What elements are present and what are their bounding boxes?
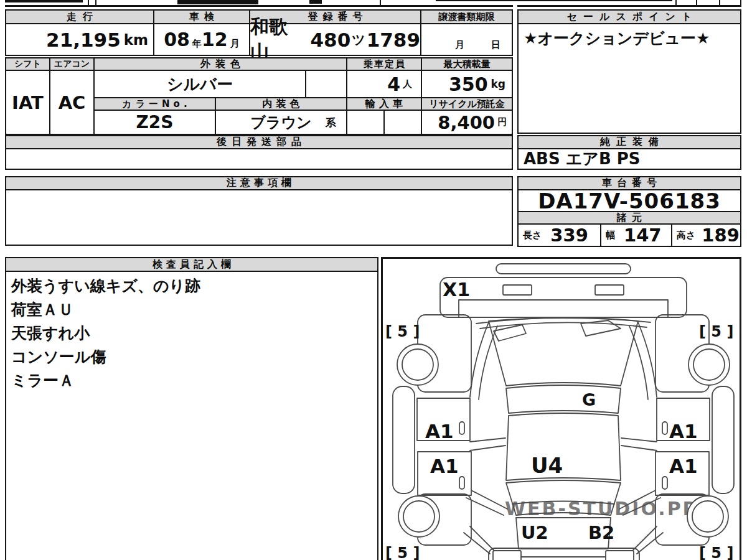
windshield-shape: [489, 318, 638, 386]
spec-length-cell: 長さ 339: [517, 223, 601, 247]
color-no-value: Z2S: [136, 112, 174, 133]
color-no-cell: Z2S: [93, 110, 216, 135]
pillar-mid-right: [621, 438, 657, 450]
year-unit: 年: [192, 38, 202, 50]
aircon-value: AC: [59, 92, 86, 113]
sales-point-value: ★オークションデビュー★: [524, 28, 710, 49]
interior-color-cell: ブラウン 系: [215, 110, 347, 135]
interior-color-value: ブラウン: [250, 113, 311, 133]
front-bumper-shape: [496, 264, 631, 274]
parts-header: 後日発送部品: [5, 135, 513, 149]
spec-height-cell: 高さ 189: [671, 223, 741, 247]
mileage-cell: 21,195 km: [5, 23, 154, 56]
import-cell-2: [383, 110, 422, 135]
import-header: 輸入車: [346, 97, 422, 111]
recycle-cell: 8,400 円: [421, 110, 513, 135]
parts-cell: [5, 148, 513, 170]
inspector-note-line: 荷室ＡＵ: [11, 298, 200, 322]
payload-unit: kg: [491, 78, 505, 90]
caution-cell: [5, 189, 513, 246]
inspection-year: 08: [164, 29, 190, 50]
door-handle-icon: [662, 422, 667, 434]
recycle-header: リサイクル預託金: [421, 97, 513, 111]
inspection-month: 12: [202, 29, 228, 50]
capacity-header: 乗車定員: [346, 57, 422, 71]
pillar-front-left: [470, 322, 497, 399]
shift-cell: IAT: [5, 70, 50, 135]
capacity-unit: 人: [403, 78, 412, 90]
spec-length-value: 339: [550, 225, 588, 246]
transfer-deadline-header: 譲渡書類期限: [420, 9, 513, 24]
aircon-cell: AC: [49, 70, 95, 135]
mark-door-rear-right: A1: [669, 455, 698, 477]
wiper-blade-left: [494, 325, 526, 341]
exterior-color-sub-cell: [305, 70, 347, 98]
wiper-arc: [480, 322, 647, 329]
headlight-left-shape: [503, 285, 532, 295]
payload-value: 350: [449, 73, 488, 95]
tire-grade-front-left: [ 5 ]: [385, 323, 420, 340]
tire-grade-front-right: [ 5 ]: [699, 323, 733, 340]
spec-height-label: 高さ: [677, 230, 695, 241]
caution-header: 注意事項欄: [5, 176, 513, 190]
shift-header: シフト: [5, 57, 50, 71]
equipment-cell: ABS エアB PS: [517, 148, 741, 170]
rear-bumper-bar: [521, 557, 606, 560]
registration-cell: 和歌山 480 ツ 1789: [249, 23, 421, 56]
aircon-header: エアコン: [49, 57, 95, 71]
roof-front-band: [506, 385, 621, 413]
inspector-note-line: 外装うすい線キズ、のり跡: [11, 274, 200, 298]
registration-class: 480: [311, 29, 351, 51]
mark-door-front-right: A1: [669, 420, 698, 442]
interior-color-header: 内装色: [215, 97, 347, 111]
chassis-cell: DA17V-506183: [517, 189, 741, 212]
wheel-rear-right: [687, 496, 728, 537]
recycle-value: 8,400: [438, 112, 495, 133]
shift-value: IAT: [12, 92, 44, 113]
inspector-notes-cell: 外装うすい線キズ、のり跡 荷室ＡＵ 天張すれ小 コンソール傷 ミラーＡ: [5, 271, 378, 560]
spec-width-value: 147: [624, 225, 662, 246]
mark-door-front-left: A1: [425, 420, 454, 442]
exterior-color-value: シルバー: [167, 73, 233, 95]
corner-rear-left: [464, 526, 494, 554]
exterior-color-cell: シルバー: [93, 70, 306, 98]
mark-roof: U4: [531, 453, 563, 478]
color-no-header: カラーNo.: [93, 97, 216, 111]
pillar-front-right: [629, 322, 657, 399]
taillight-left-shape: [493, 551, 521, 560]
wheel-front-right: [688, 344, 730, 385]
mark-rear-right: B2: [588, 522, 614, 543]
spec-width-cell: 幅 147: [600, 223, 672, 247]
inspector-header: 検査員記入欄: [5, 257, 378, 272]
specs-header: 諸元: [517, 211, 741, 225]
mark-front: X1: [443, 279, 470, 301]
equipment-value: ABS エアB PS: [524, 148, 641, 170]
sill-right-shape: [712, 386, 734, 493]
taillight-right-shape: [606, 551, 634, 560]
inspection-header: 車検: [153, 9, 250, 24]
sales-point-header: セールスポイント: [517, 9, 741, 24]
mark-windshield: G: [582, 390, 596, 409]
inspector-note-line: ミラーＡ: [11, 369, 200, 393]
sill-left-shape: [393, 386, 415, 493]
headlight-right-shape: [595, 285, 624, 295]
mileage-unit: km: [124, 32, 148, 48]
payload-cell: 350 kg: [421, 70, 513, 98]
mark-rear-left: U2: [521, 522, 548, 543]
payload-header: 最大積載量: [421, 57, 513, 71]
mileage-header: 走行: [5, 9, 154, 24]
registration-number: 1789: [367, 29, 420, 51]
inspector-note-line: 天張すれ小: [11, 322, 200, 345]
pillar-rear-left: [466, 490, 507, 515]
chassis-value: DA17V-506183: [538, 189, 721, 213]
capacity-cell: 4 人: [346, 70, 422, 98]
door-handle-icon: [459, 422, 464, 434]
transfer-month-label: 月: [455, 39, 464, 51]
transfer-day-label: 日: [491, 39, 500, 51]
import-cell-1: [346, 110, 385, 135]
mileage-value: 21,195: [46, 29, 121, 51]
inspector-note-line: コンソール傷: [11, 345, 200, 369]
watermark-text: WEB-STUDIO.PRO: [505, 498, 716, 520]
pillar-mid-left: [470, 438, 505, 450]
spec-width-label: 幅: [606, 230, 615, 241]
